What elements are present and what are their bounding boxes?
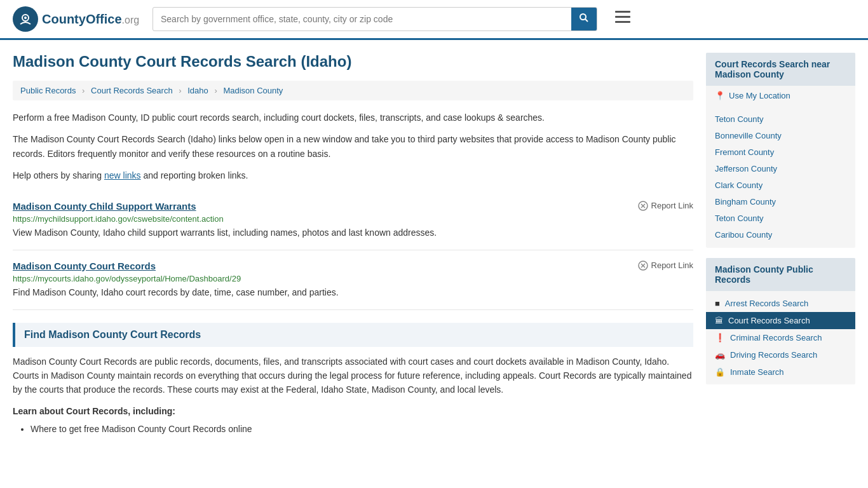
use-my-location[interactable]: 📍 Use My Location [706, 86, 855, 105]
svg-point-1 [24, 17, 27, 19]
nearby-counties-list: Teton County Bonneville County Fremont C… [706, 105, 855, 248]
nearby-county-5[interactable]: Clark County [706, 177, 855, 193]
sidebar-nearby-section: Court Records Search near Madison County… [706, 53, 855, 248]
report-label-2: Report Link [651, 261, 693, 270]
sidebar-nearby-title: Court Records Search near Madison County [706, 53, 855, 86]
court-icon: 🏛 [715, 316, 723, 325]
public-record-inmate[interactable]: 🔒 Inmate Search [706, 363, 855, 381]
record-title-2[interactable]: Madison County Court Records [13, 261, 156, 271]
bullet-list: Where to get free Madison County Court R… [31, 421, 693, 437]
logo-icon [13, 6, 38, 32]
new-links-link[interactable]: new links [104, 170, 141, 180]
public-records-list: ■ Arrest Records Search 🏛 Court Records … [706, 291, 855, 384]
public-record-driving[interactable]: 🚗 Driving Records Search [706, 346, 855, 363]
intro-para-3: Help others by sharing new links and rep… [13, 168, 693, 182]
breadcrumb-public-records[interactable]: Public Records [20, 86, 76, 95]
sidebar-public-records-section: Madison County Public Records ■ Arrest R… [706, 258, 855, 384]
public-record-court[interactable]: 🏛 Court Records Search [706, 312, 855, 329]
page-title: Madison County Court Records Search (Ida… [13, 53, 693, 71]
breadcrumb: Public Records › Court Records Search › … [13, 81, 693, 100]
public-record-criminal[interactable]: ❗ Criminal Records Search [706, 329, 855, 346]
breadcrumb-sep-1: › [82, 86, 85, 95]
bullet-item-1: Where to get free Madison County Court R… [31, 421, 693, 437]
sidebar-public-records-title: Madison County Public Records [706, 258, 855, 291]
report-label-1: Report Link [651, 201, 693, 210]
intro-para-1: Perform a free Madison County, ID public… [13, 111, 693, 125]
breadcrumb-idaho[interactable]: Idaho [187, 86, 208, 95]
inmate-icon: 🔒 [715, 367, 725, 377]
nearby-county-3[interactable]: Fremont County [706, 144, 855, 160]
breadcrumb-sep-2: › [179, 86, 181, 95]
record-card-1-header: Madison County Child Support Warrants Re… [13, 201, 693, 212]
record-url-1: https://mychildsupport.idaho.gov/cswebsi… [13, 214, 693, 224]
arrest-icon: ■ [715, 299, 720, 308]
record-url-2: https://mycourts.idaho.gov/odysseyportal… [13, 274, 693, 283]
find-section-heading: Find Madison County Court Records [13, 323, 693, 347]
driving-icon: 🚗 [715, 350, 725, 360]
logo-area: CountyOffice.org [13, 6, 140, 32]
svg-rect-5 [615, 16, 630, 18]
location-pin-icon: 📍 [715, 91, 725, 100]
svg-rect-6 [615, 21, 630, 23]
record-card-2-header: Madison County Court Records Report Link [13, 261, 693, 271]
svg-rect-4 [615, 11, 630, 13]
breadcrumb-madison-county[interactable]: Madison County [223, 86, 283, 95]
record-card-2: Madison County Court Records Report Link… [13, 250, 693, 310]
sidebar: Court Records Search near Madison County… [706, 53, 855, 437]
report-link-2[interactable]: Report Link [638, 261, 693, 271]
record-card-1: Madison County Child Support Warrants Re… [13, 191, 693, 250]
logo-text: CountyOffice.org [42, 12, 139, 27]
intro-para-2: The Madison County Court Records Search … [13, 132, 693, 161]
header: CountyOffice.org [0, 0, 868, 40]
record-desc-1: View Madison County, Idaho child support… [13, 226, 693, 240]
svg-line-3 [585, 19, 588, 22]
breadcrumb-sep-3: › [214, 86, 217, 95]
nearby-county-2[interactable]: Bonneville County [706, 127, 855, 144]
nearby-county-1[interactable]: Teton County [706, 111, 855, 127]
report-link-1[interactable]: Report Link [638, 201, 693, 211]
public-record-arrest[interactable]: ■ Arrest Records Search [706, 295, 855, 312]
menu-button[interactable] [610, 8, 635, 30]
nearby-county-4[interactable]: Jefferson County [706, 160, 855, 177]
learn-heading: Learn about Court Records, including: [13, 406, 693, 416]
record-desc-2: Find Madison County, Idaho court records… [13, 286, 693, 299]
content-wrapper: Madison County Court Records Search (Ida… [0, 40, 868, 450]
svg-point-2 [580, 14, 586, 20]
nearby-county-6[interactable]: Bingham County [706, 193, 855, 210]
breadcrumb-court-records-search[interactable]: Court Records Search [91, 86, 173, 95]
nearby-county-8[interactable]: Caribou County [706, 226, 855, 243]
nearby-county-7[interactable]: Teton County [706, 210, 855, 226]
report-icon-1 [638, 201, 648, 211]
search-area [153, 7, 597, 31]
report-icon-2 [638, 261, 648, 271]
record-title-1[interactable]: Madison County Child Support Warrants [13, 201, 196, 212]
main-content: Madison County Court Records Search (Ida… [13, 53, 693, 437]
search-button[interactable] [571, 8, 597, 30]
search-input[interactable] [153, 9, 571, 29]
find-section-body: Madison County Court Records are public … [13, 355, 693, 397]
criminal-icon: ❗ [715, 333, 725, 342]
